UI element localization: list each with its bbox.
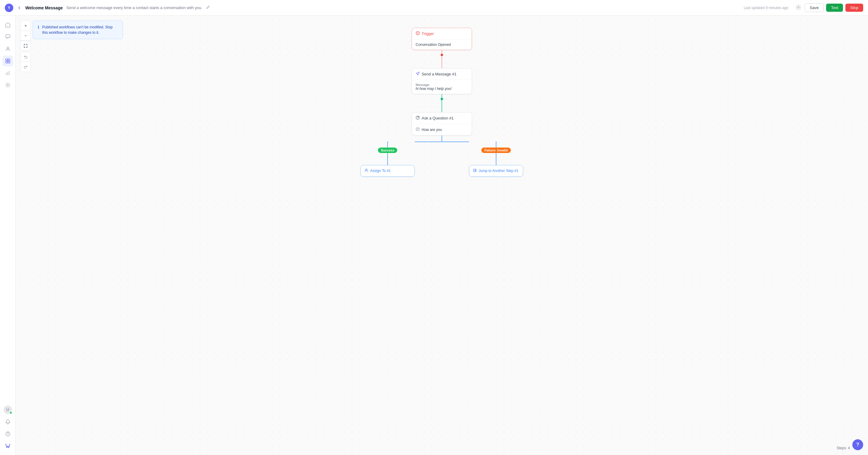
send-message-node[interactable]: Send a Message #1 Message: hi how may I … — [412, 68, 472, 94]
svg-rect-1 — [6, 35, 10, 38]
send-message-label: Send a Message #1 — [422, 72, 457, 76]
sidebar: U — [0, 16, 16, 455]
trigger-label: Trigger — [422, 31, 434, 36]
success-badge: Success — [378, 147, 398, 153]
trigger-body-text: Conversation Opened — [415, 42, 451, 47]
ask-question-label: Ask a Question #1 — [422, 116, 454, 120]
svg-point-12 — [7, 435, 8, 435]
dot-red — [441, 54, 443, 56]
left-line-1 — [387, 142, 388, 147]
assign-node[interactable]: Assign To #1 — [361, 165, 415, 177]
list-icon — [415, 127, 420, 132]
sidebar-item-notifications[interactable] — [2, 416, 13, 427]
svg-rect-3 — [6, 59, 7, 61]
ask-question-header: Ask a Question #1 — [412, 113, 472, 124]
sidebar-item-settings[interactable] — [2, 80, 13, 90]
sidebar-item-workflows[interactable] — [2, 56, 13, 66]
send-message-icon — [415, 72, 420, 77]
topbar: Y Welcome Message Send a welcome message… — [0, 0, 868, 16]
avatar: Y — [5, 4, 13, 12]
svg-point-15 — [417, 118, 418, 119]
line-red-bottom — [441, 56, 442, 68]
message-content: hi how may I help you! — [415, 87, 468, 91]
info-icon: ℹ — [38, 25, 39, 30]
line-green-top — [441, 94, 442, 98]
workflow-diagram: Trigger Conversation Opened — [361, 28, 523, 177]
ask-question-text: How are you — [422, 127, 442, 132]
trigger-node-body: Conversation Opened — [412, 39, 472, 50]
info-text: Published workflows can't be modified. S… — [42, 24, 118, 35]
line-green-bottom — [441, 100, 442, 112]
help-button[interactable]: ? — [852, 439, 863, 450]
steps-counter: Steps: 4 — [837, 446, 850, 450]
stop-button[interactable]: Stop — [845, 4, 863, 12]
workflow-canvas[interactable]: Trigger Conversation Opened — [16, 16, 868, 455]
sidebar-item-contacts[interactable] — [2, 44, 13, 54]
send-message-body: Message: hi how may I help you! — [412, 80, 472, 94]
zoom-in-button[interactable]: + — [21, 21, 30, 30]
assign-header: Assign To #1 — [361, 165, 414, 176]
left-line-2 — [387, 153, 388, 165]
sidebar-item-logo — [2, 440, 13, 451]
undo-controls — [21, 52, 31, 72]
sidebar-item-home[interactable] — [2, 19, 13, 30]
connector-trigger-send — [441, 50, 443, 68]
sidebar-item-chat[interactable] — [2, 31, 13, 42]
svg-rect-9 — [9, 71, 10, 75]
right-branch: Failure: Invalid Jump to Another Step #1 — [469, 142, 523, 177]
jump-icon — [473, 168, 477, 173]
redo-button[interactable] — [21, 62, 30, 72]
edit-button[interactable] — [205, 4, 211, 11]
ask-question-body: How are you — [412, 124, 472, 135]
svg-point-17 — [366, 169, 367, 170]
message-label: Message: — [415, 83, 468, 87]
svg-rect-7 — [6, 73, 7, 75]
svg-rect-8 — [7, 72, 8, 75]
canvas-wrapper[interactable]: + − ℹ Published workflows can't be modif… — [16, 16, 868, 455]
send-message-header: Send a Message #1 — [412, 68, 472, 80]
right-line-2 — [496, 153, 496, 165]
jump-header: Jump to Another Step #1 — [469, 165, 523, 176]
last-updated: Last updated 9 minutes ago — [744, 6, 788, 10]
sidebar-item-user-avatar[interactable]: U — [2, 404, 13, 415]
ask-question-icon — [415, 116, 420, 121]
h-line-connector — [415, 142, 469, 150]
svg-point-2 — [7, 47, 9, 49]
back-button[interactable] — [16, 4, 23, 11]
jump-node[interactable]: Jump to Another Step #1 — [469, 165, 523, 177]
failure-badge: Failure: Invalid — [481, 147, 511, 153]
zoom-out-button[interactable]: − — [21, 31, 30, 40]
test-button[interactable]: Test — [826, 4, 843, 12]
sidebar-item-help[interactable] — [2, 428, 13, 439]
right-line-1 — [496, 142, 496, 147]
svg-point-10 — [7, 84, 8, 86]
branch-line-top — [441, 136, 442, 142]
sidebar-item-reports[interactable] — [2, 67, 13, 79]
line-red-top — [441, 50, 442, 54]
ask-question-row: How are you — [415, 127, 468, 132]
undo-button[interactable] — [21, 52, 30, 62]
branch-connector-top — [441, 136, 442, 142]
save-button[interactable]: Save — [805, 3, 824, 12]
zoom-controls: + − — [21, 21, 31, 51]
workflow-title: Welcome Message — [25, 5, 63, 10]
jump-label: Jump to Another Step #1 — [478, 169, 518, 173]
trigger-node[interactable]: Trigger Conversation Opened — [412, 28, 472, 50]
h-connector — [415, 142, 469, 150]
trigger-node-header: Trigger — [412, 28, 472, 39]
assign-icon — [364, 168, 368, 173]
assign-label: Assign To #1 — [370, 169, 391, 173]
svg-rect-6 — [8, 61, 10, 63]
ask-question-node[interactable]: Ask a Question #1 How are you — [412, 112, 472, 136]
svg-point-0 — [798, 7, 799, 8]
settings-icon[interactable] — [795, 3, 802, 12]
svg-rect-5 — [6, 61, 7, 63]
info-banner: ℹ Published workflows can't be modified.… — [33, 21, 123, 39]
branch-row: Success Assign To #1 — [361, 142, 523, 177]
svg-rect-4 — [8, 59, 10, 61]
zoom-fit-button[interactable] — [21, 41, 30, 50]
main-layout: U + − — [0, 16, 868, 455]
connector-send-ask — [441, 94, 443, 112]
workflow-subtitle: Send a welcome message every time a cont… — [66, 5, 202, 10]
dot-green — [441, 98, 443, 100]
